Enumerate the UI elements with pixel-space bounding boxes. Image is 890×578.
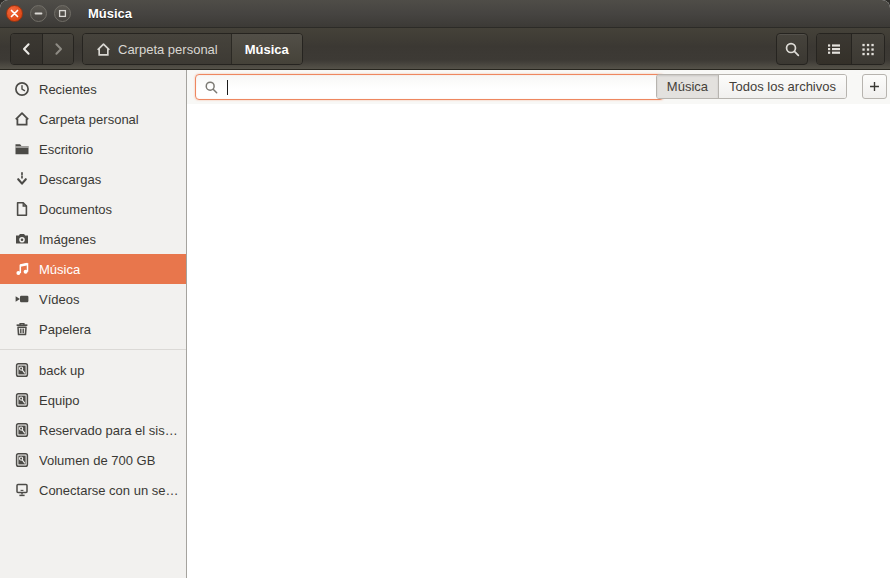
filter-label: Música [667,79,708,94]
filter-label: Todos los archivos [729,79,836,94]
document-icon [14,201,30,217]
grid-view-icon [860,41,876,57]
sidebar-item-label: Equipo [39,393,85,408]
sidebar-item-label: Reservado para el siste… [39,423,186,438]
search-bar: Música Todos los archivos [187,70,890,104]
plus-icon [868,80,881,93]
sidebar-item-carpeta-personal[interactable]: Carpeta personal [0,104,186,134]
video-icon [14,291,30,307]
server-icon [14,482,30,498]
close-window-button[interactable] [6,5,23,22]
sidebar-item-label: Volumen de 700 GB [39,453,161,468]
search-icon [784,41,801,58]
drive-icon [14,422,30,438]
maximize-window-button[interactable] [54,5,71,22]
sidebar: Recientes Carpeta personal Escritorio De… [0,70,187,578]
maximize-icon [58,9,67,18]
sidebar-item-imagenes[interactable]: Imágenes [0,224,186,254]
camera-icon [14,231,30,247]
music-icon [14,261,30,277]
filter-todos-los-archivos-button[interactable]: Todos los archivos [718,75,846,98]
sidebar-item-musica[interactable]: Música [0,254,186,284]
list-view-icon [826,41,842,57]
search-input[interactable] [195,74,664,100]
sidebar-item-recientes[interactable]: Recientes [0,74,186,104]
breadcrumb-home-segment[interactable]: Carpeta personal [83,34,231,64]
view-mode-buttons [816,33,885,65]
home-icon [96,42,111,57]
sidebar-item-label: back up [39,363,91,378]
drive-icon [14,392,30,408]
sidebar-item-label: Recientes [39,82,103,97]
sidebar-item-label: Vídeos [39,292,85,307]
drive-icon [14,452,30,468]
sidebar-item-reservado-sistema[interactable]: Reservado para el siste… [0,415,186,445]
sidebar-item-volumen-700gb[interactable]: Volumen de 700 GB [0,445,186,475]
grid-view-button[interactable] [851,34,885,64]
chevron-right-icon [50,41,66,57]
sidebar-item-back-up[interactable]: back up [0,355,186,385]
chevron-left-icon [19,41,35,57]
sidebar-item-label: Escritorio [39,142,99,157]
home-icon [14,111,30,127]
filter-musica-button[interactable]: Música [657,75,718,98]
breadcrumb-segment-label: Carpeta personal [118,42,218,57]
toolbar: Carpeta personal Música [0,28,890,70]
titlebar: Música [0,0,890,28]
drive-icon [14,362,30,378]
download-icon [14,171,30,187]
window-title: Música [88,6,132,21]
search-filter-group: Música Todos los archivos [656,74,847,99]
sidebar-item-papelera[interactable]: Papelera [0,314,186,344]
sidebar-item-escritorio[interactable]: Escritorio [0,134,186,164]
navigation-buttons [10,33,74,65]
folder-icon [14,141,30,157]
search-toggle-button[interactable] [776,33,808,65]
sidebar-item-label: Conectarse con un ser… [39,483,186,498]
breadcrumb-current-segment[interactable]: Música [231,34,302,64]
text-cursor [227,80,228,95]
add-filter-button[interactable] [862,74,887,99]
sidebar-item-equipo[interactable]: Equipo [0,385,186,415]
sidebar-item-label: Documentos [39,202,118,217]
file-view-pane[interactable]: Música Todos los archivos [187,70,890,578]
breadcrumb: Carpeta personal Música [82,33,303,65]
sidebar-item-label: Papelera [39,322,97,337]
minimize-icon [34,9,43,18]
trash-icon [14,321,30,337]
content-area: Recientes Carpeta personal Escritorio De… [0,70,890,578]
minimize-window-button[interactable] [30,5,47,22]
close-icon [10,9,19,18]
sidebar-item-label: Descargas [39,172,107,187]
sidebar-separator [0,349,186,350]
sidebar-item-descargas[interactable]: Descargas [0,164,186,194]
file-manager-window: Música Carpeta personal Música [0,0,890,578]
forward-button[interactable] [42,34,73,64]
sidebar-item-label: Imágenes [39,232,102,247]
sidebar-item-label: Música [39,262,86,277]
sidebar-item-conectarse-servidor[interactable]: Conectarse con un ser… [0,475,186,505]
sidebar-item-documentos[interactable]: Documentos [0,194,186,224]
sidebar-item-label: Carpeta personal [39,112,145,127]
breadcrumb-segment-label: Música [245,42,289,57]
list-view-button[interactable] [817,34,851,64]
magnifier-icon [204,80,219,95]
back-button[interactable] [11,34,42,64]
clock-icon [14,81,30,97]
sidebar-item-videos[interactable]: Vídeos [0,284,186,314]
